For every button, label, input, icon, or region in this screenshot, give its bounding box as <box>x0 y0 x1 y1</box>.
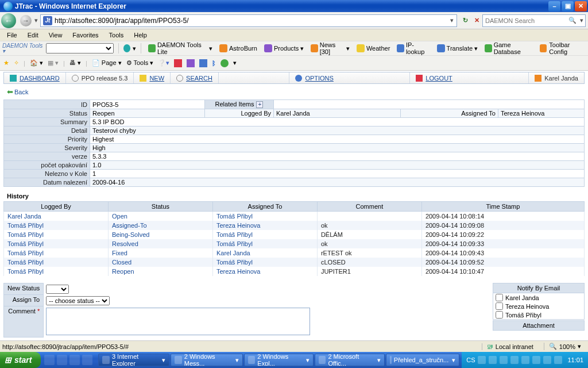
window-maximize-button[interactable]: ▣ <box>562 1 574 12</box>
notify-check-2[interactable]: Tomáš Přibyl <box>493 310 584 319</box>
nav-release[interactable]: PPO release 5.3 <box>66 72 134 83</box>
extension-icon-3[interactable] <box>199 59 207 67</box>
feeds-button[interactable]: ▦ ▾ <box>48 59 59 67</box>
nav-forward-button[interactable]: → <box>17 13 34 28</box>
cell-loggedby: Karel Janda <box>4 212 109 221</box>
cell-assignedto: Tomáš Přibyl <box>212 239 317 248</box>
translate-icon <box>437 44 445 52</box>
lightning-icon <box>148 44 155 52</box>
cell-status: Reopen <box>108 267 212 276</box>
label-detail: Detail <box>4 126 90 135</box>
help-button[interactable]: ❔▾ <box>158 59 169 67</box>
address-bar-row: ← → ▾ Jt ▾ ↻ ✕ 🔍 ▾ <box>0 12 588 29</box>
browser-search-input[interactable] <box>483 17 567 24</box>
search-icon[interactable]: 🔍 <box>567 17 578 24</box>
window-close-button[interactable]: ✕ <box>575 1 587 12</box>
search-dropdown[interactable]: ▾ <box>578 17 585 24</box>
game-database-button[interactable]: Game Database <box>482 41 537 55</box>
new-status-select[interactable] <box>46 285 69 294</box>
extension-icon-4[interactable] <box>220 59 229 67</box>
value-assignedto: Tereza Heinova <box>498 109 585 118</box>
add-favorite-icon[interactable]: ✧ <box>14 59 19 67</box>
stop-button[interactable]: ✕ <box>471 17 482 24</box>
nav-history-dropdown[interactable]: ▾ <box>34 17 38 24</box>
comment-textarea[interactable] <box>46 308 310 335</box>
favorites-star-icon[interactable]: ★ <box>3 59 9 67</box>
box-icon <box>264 44 272 52</box>
assign-to-select[interactable]: -- choose status -- <box>46 296 110 305</box>
news-button[interactable]: News [30] ▾ <box>308 41 352 55</box>
home-button[interactable]: 🏠 ▾ <box>30 59 43 67</box>
print-button[interactable]: 🖶 ▾ <box>69 59 81 67</box>
nav-dashboard[interactable]: DASHBOARD <box>4 72 66 83</box>
label-status: Status <box>4 109 90 118</box>
cell-assignedto: Tereza Heinova <box>212 221 317 230</box>
address-bar[interactable]: Jt ▾ <box>40 14 457 27</box>
daemon-toolbar: DAEMON Tools ▾ ▾ DAEMON Tools Lite ▾ Ast… <box>0 41 588 56</box>
nav-options[interactable]: OPTIONS <box>289 72 339 83</box>
menu-help[interactable]: Help <box>129 30 152 40</box>
value-summary: 5.3 IP BOD <box>90 118 585 126</box>
page-button[interactable]: 📄 Page ▾ <box>92 59 122 67</box>
url-dropdown[interactable]: ▾ <box>447 17 457 24</box>
history-row[interactable]: Tomáš PřibylReopenTereza HeinovaJUPITER1… <box>4 267 585 276</box>
game-icon <box>485 44 492 52</box>
label-assignedto: Assigned To <box>401 109 498 118</box>
weather-button[interactable]: Weather <box>354 44 392 52</box>
daemon-gear-icon[interactable] <box>123 44 131 52</box>
label-assign-to: Assign To <box>4 295 44 306</box>
value-detail: Testerovi chyby <box>90 126 585 135</box>
menu-favorites[interactable]: Favorites <box>68 30 103 40</box>
nav-new[interactable]: NEW <box>134 72 171 83</box>
products-button[interactable]: Products ▾ <box>262 44 306 52</box>
menu-file[interactable]: File <box>2 30 22 40</box>
tools-button[interactable]: ⚙ Tools ▾ <box>126 59 154 67</box>
nav-back-button[interactable]: ← <box>0 13 17 28</box>
window-minimize-button[interactable]: – <box>548 1 560 12</box>
toolbar-config-button[interactable]: Toolbar Config <box>540 41 586 55</box>
bluetooth-icon[interactable]: ᛒ <box>212 60 216 67</box>
col-comment: Comment <box>317 202 421 212</box>
astroburn-button[interactable]: AstroBurn <box>217 44 260 52</box>
url-input[interactable] <box>55 17 447 25</box>
cell-timestamp: 2009-04-14 10:09:52 <box>421 258 584 267</box>
ip-lookup-button[interactable]: IP-lookup <box>394 41 432 55</box>
notify-check-0[interactable]: Karel Janda <box>493 293 584 302</box>
notify-check-1[interactable]: Tereza Heinova <box>493 302 584 310</box>
history-row[interactable]: Karel JandaOpenTomáš Přibyl2009-04-14 10… <box>4 212 585 221</box>
history-row[interactable]: Tomáš PřibylFixedKarel JandarETEST ok200… <box>4 248 585 258</box>
history-row[interactable]: Tomáš PřibylAssigned-ToTereza Heinovaok2… <box>4 221 585 230</box>
cell-timestamp: 2009-04-14 10:09:08 <box>421 221 584 230</box>
back-link[interactable]: ⬅Back <box>7 87 585 96</box>
cell-status: Fixed <box>108 248 212 258</box>
value-severity: High <box>90 144 585 152</box>
cell-status: Resolved <box>108 239 212 248</box>
cell-loggedby: Tomáš Přibyl <box>4 258 109 267</box>
nav-search[interactable]: SEARCH <box>171 72 219 83</box>
history-row[interactable]: Tomáš PřibylClosedTomáš PřibylcLOSED2009… <box>4 258 585 267</box>
star-icon <box>219 44 227 52</box>
extension-icon-2[interactable] <box>187 59 195 67</box>
label-pocet: počet opakování <box>4 161 90 170</box>
nav-logout[interactable]: LOGOUT <box>409 72 458 83</box>
history-row[interactable]: Tomáš PřibylResolvedTomáš Přibylok2009-0… <box>4 239 585 248</box>
col-status: Status <box>108 202 212 212</box>
logout-icon <box>416 75 423 82</box>
cell-comment <box>317 212 421 221</box>
menu-tools[interactable]: Tools <box>105 30 129 40</box>
daemon-tools-lite-button[interactable]: DAEMON Tools Lite ▾ <box>146 41 215 55</box>
dashboard-icon <box>10 75 17 82</box>
add-related-button[interactable]: + <box>256 101 263 108</box>
label-new-status: New Status <box>4 283 44 295</box>
menu-view[interactable]: View <box>44 30 67 40</box>
cell-timestamp: 2009-04-14 10:09:43 <box>421 248 584 258</box>
menu-bar: File Edit View Favorites Tools Help <box>0 29 588 41</box>
extension-icon-1[interactable] <box>174 59 182 67</box>
extension-dropdown[interactable]: ▾ <box>233 59 237 67</box>
refresh-button[interactable]: ↻ <box>459 17 471 24</box>
daemon-select[interactable] <box>46 43 114 53</box>
menu-edit[interactable]: Edit <box>23 30 43 40</box>
history-row[interactable]: Tomáš PřibylBeing-SolvedTomáš PřibylDĚLÁ… <box>4 230 585 239</box>
browser-search-box[interactable]: 🔍 ▾ <box>482 14 586 27</box>
translate-button[interactable]: Translate ▾ <box>435 44 480 52</box>
